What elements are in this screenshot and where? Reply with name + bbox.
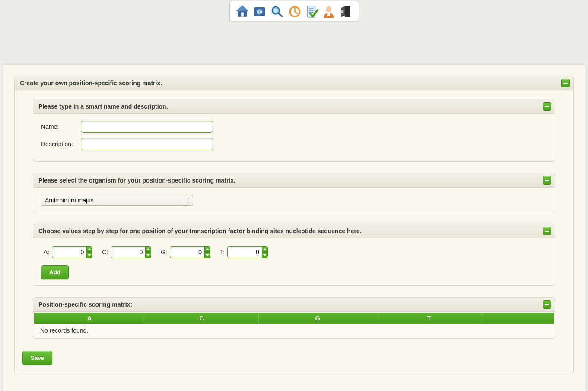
section-name-header: Please type in a smart name and descript…: [33, 99, 555, 114]
section-name-title: Please type in a smart name and descript…: [38, 103, 168, 110]
spinner-t: [227, 246, 268, 258]
section-matrix-collapse[interactable]: [543, 300, 551, 309]
organism-select[interactable]: Antirrhinum majus: [41, 195, 193, 206]
section-name: Please type in a smart name and descript…: [33, 99, 555, 162]
table-row-empty: No records found.: [34, 324, 554, 337]
matrix-table: A C G T No records found.: [34, 313, 554, 337]
task-icon[interactable]: [303, 3, 320, 20]
svg-rect-17: [345, 6, 350, 17]
section-name-collapse[interactable]: [543, 102, 551, 111]
spinner-c-down[interactable]: [145, 253, 151, 259]
section-organism-collapse[interactable]: [543, 176, 551, 185]
label-c: C:: [102, 249, 108, 256]
section-matrix-body: A C G T No records found.: [33, 312, 555, 338]
spinner-g-down[interactable]: [204, 253, 210, 259]
name-input[interactable]: [81, 121, 213, 133]
section-values-collapse[interactable]: [543, 227, 551, 235]
spinner-c-up[interactable]: [145, 246, 151, 253]
section-organism-header: Please select the organism for your posi…: [33, 173, 555, 188]
description-row: Description:: [41, 138, 547, 150]
spinner-group-t: T:: [220, 246, 268, 258]
organism-select-wrap: Antirrhinum majus ▲▼: [41, 195, 193, 206]
spinner-group-g: G:: [161, 246, 210, 258]
spinner-c: [111, 246, 151, 258]
svg-line-8: [278, 13, 282, 17]
search-icon[interactable]: [269, 3, 285, 20]
svg-rect-16: [327, 13, 330, 16]
svg-point-15: [326, 6, 331, 12]
user-icon[interactable]: [321, 3, 337, 20]
main-panel-title: Create your own position-specific scorin…: [20, 80, 162, 87]
input-g[interactable]: [170, 246, 204, 258]
section-name-body: Name: Description:: [33, 114, 555, 161]
spinner-group-a: A:: [44, 246, 92, 258]
section-values: Choose values step by step for one posit…: [33, 224, 555, 286]
page-container: Create your own position-specific scorin…: [3, 64, 585, 391]
col-a: A: [34, 313, 145, 324]
section-organism-title: Please select the organism for your posi…: [38, 177, 235, 184]
mail-icon[interactable]: @: [251, 3, 268, 20]
name-label: Name:: [41, 123, 76, 130]
section-matrix-title: Position-specific scoring matrix:: [38, 301, 132, 308]
col-g: G: [258, 313, 377, 324]
history-icon[interactable]: [286, 3, 302, 20]
section-values-title: Choose values step by step for one posit…: [38, 228, 362, 234]
svg-rect-1: [241, 12, 244, 16]
save-button[interactable]: Save: [22, 351, 52, 365]
col-t: T: [377, 313, 481, 324]
spinner-g-up[interactable]: [204, 246, 210, 253]
input-c[interactable]: [111, 246, 145, 258]
col-action: [481, 313, 554, 324]
col-c: C: [145, 313, 258, 324]
label-a: A:: [44, 249, 49, 256]
footer-actions: Save: [15, 351, 573, 374]
input-a[interactable]: [52, 246, 86, 258]
spinner-a-up[interactable]: [86, 246, 92, 253]
svg-marker-2: [236, 6, 248, 11]
spinner-t-down[interactable]: [262, 253, 268, 259]
description-label: Description:: [41, 141, 76, 147]
spinner-a: [52, 246, 92, 258]
svg-text:@: @: [257, 9, 262, 14]
main-panel-header: Create your own position-specific scorin…: [15, 76, 573, 90]
description-input[interactable]: [81, 138, 213, 150]
home-icon[interactable]: [234, 3, 251, 20]
main-panel-body: Please type in a smart name and descript…: [15, 90, 573, 351]
add-button[interactable]: Add: [41, 265, 69, 279]
spinner-row: A: C:: [41, 245, 547, 265]
input-t[interactable]: [227, 246, 262, 258]
section-values-body: A: C:: [33, 238, 555, 285]
empty-message: No records found.: [34, 324, 554, 337]
main-panel: Create your own position-specific scorin…: [14, 76, 574, 374]
logout-icon[interactable]: [338, 3, 354, 20]
section-organism: Please select the organism for your posi…: [33, 173, 555, 212]
section-matrix: Position-specific scoring matrix: A C G …: [33, 297, 555, 339]
spinner-g: [170, 246, 210, 258]
name-row: Name:: [41, 121, 547, 133]
top-toolbar: @: [229, 1, 359, 21]
label-g: G:: [161, 249, 167, 256]
spinner-group-c: C:: [102, 246, 151, 258]
svg-point-7: [273, 8, 278, 13]
spinner-a-down[interactable]: [86, 253, 92, 259]
section-values-header: Choose values step by step for one posit…: [33, 224, 555, 238]
section-matrix-header: Position-specific scoring matrix:: [33, 298, 555, 312]
spinner-t-up[interactable]: [262, 246, 268, 253]
main-panel-collapse[interactable]: [561, 79, 570, 87]
section-organism-body: Antirrhinum majus ▲▼: [33, 188, 555, 212]
label-t: T:: [220, 249, 225, 256]
